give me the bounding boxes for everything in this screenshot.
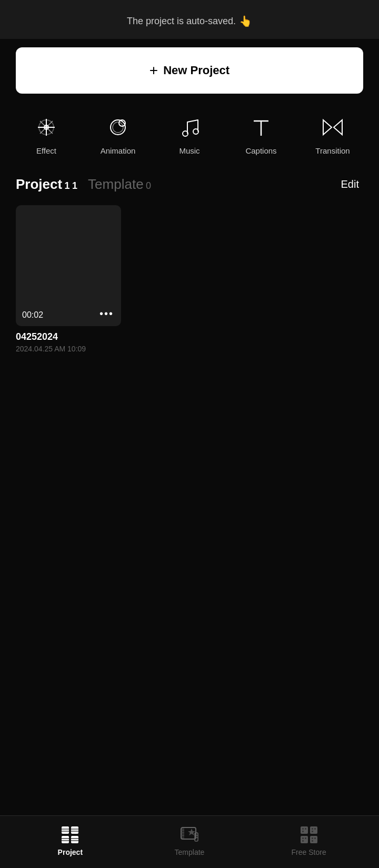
nav-item-project[interactable]: Project — [44, 825, 96, 856]
effect-label: Effect — [36, 146, 56, 155]
tab-project[interactable]: Project 1 1 — [16, 176, 77, 193]
svg-rect-50 — [314, 837, 316, 839]
notification-emoji: 👆 — [239, 15, 252, 27]
captions-label: Captions — [245, 146, 276, 155]
tool-animation[interactable]: Animation — [97, 114, 139, 155]
tool-captions[interactable]: Captions — [240, 114, 282, 155]
tools-row: Effect Animation Music — [0, 98, 379, 166]
svg-rect-48 — [302, 840, 304, 842]
svg-rect-38 — [301, 836, 308, 843]
tab-template-count: 0 — [146, 180, 151, 191]
animation-icon — [104, 114, 132, 141]
svg-rect-47 — [305, 837, 306, 839]
svg-rect-28 — [181, 827, 184, 839]
svg-rect-15 — [62, 826, 69, 834]
bottom-nav: Project Template — [0, 815, 379, 868]
svg-rect-39 — [310, 836, 317, 843]
svg-point-7 — [113, 122, 123, 133]
tool-transition[interactable]: Transition — [312, 114, 354, 155]
transition-icon — [319, 114, 346, 141]
captions-icon — [247, 114, 275, 141]
animation-label: Animation — [101, 146, 136, 155]
svg-rect-41 — [305, 828, 306, 830]
project-count-num: 1 — [72, 180, 77, 191]
tab-template[interactable]: Template 0 — [88, 176, 151, 193]
tool-music[interactable]: Music — [168, 114, 211, 155]
svg-marker-13 — [323, 120, 332, 135]
nav-free-store-label: Free Store — [292, 848, 326, 856]
bottom-spacer — [0, 364, 379, 427]
svg-rect-18 — [71, 836, 78, 843]
free-store-nav-icon — [299, 825, 319, 845]
project-title: 04252024 — [16, 331, 121, 342]
tab-template-label: Template — [88, 176, 144, 192]
nav-project-label: Project — [58, 848, 83, 856]
svg-rect-51 — [312, 840, 313, 842]
svg-marker-14 — [334, 120, 342, 135]
svg-rect-40 — [302, 828, 304, 830]
new-project-button[interactable]: + New Project — [16, 47, 363, 94]
project-thumbnail: 00:02 ••• — [16, 205, 121, 326]
svg-rect-45 — [312, 831, 313, 832]
transition-label: Transition — [315, 146, 350, 155]
nav-item-free-store[interactable]: Free Store — [283, 825, 335, 856]
new-project-section: + New Project — [0, 39, 379, 98]
nav-item-template[interactable]: Template — [163, 825, 216, 856]
effect-icon — [33, 114, 60, 141]
projects-grid: 00:02 ••• 04252024 2024.04.25 AM 10:09 — [0, 201, 379, 364]
svg-rect-37 — [310, 826, 317, 834]
svg-rect-46 — [302, 837, 304, 839]
notification-text: The project is auto-saved. — [127, 16, 236, 27]
project-nav-icon — [60, 825, 80, 845]
svg-rect-36 — [301, 826, 308, 834]
svg-marker-32 — [188, 829, 195, 835]
tabs-section: Project 1 1 Template 0 Edit — [0, 166, 379, 201]
template-nav-icon — [179, 825, 200, 845]
notification-bar: The project is auto-saved. 👆 — [0, 0, 379, 39]
tab-project-count: 1 — [65, 180, 70, 191]
svg-rect-43 — [312, 828, 313, 830]
svg-rect-49 — [312, 837, 313, 839]
music-label: Music — [179, 146, 200, 155]
project-card[interactable]: 00:02 ••• 04252024 2024.04.25 AM 10:09 — [16, 205, 121, 353]
tool-effect[interactable]: Effect — [25, 114, 67, 155]
svg-rect-17 — [62, 836, 69, 843]
new-project-plus-icon: + — [149, 63, 158, 78]
music-icon — [176, 114, 203, 141]
project-duration: 00:02 — [22, 310, 43, 320]
tab-project-label: Project — [16, 176, 62, 192]
edit-button[interactable]: Edit — [337, 176, 363, 193]
tabs-left: Project 1 1 Template 0 — [16, 176, 151, 193]
nav-template-label: Template — [175, 848, 205, 856]
svg-rect-44 — [314, 828, 316, 830]
new-project-label: New Project — [163, 64, 230, 77]
project-more-button[interactable]: ••• — [97, 306, 116, 322]
svg-rect-42 — [302, 831, 304, 832]
project-date: 2024.04.25 AM 10:09 — [16, 345, 121, 353]
svg-rect-16 — [71, 826, 78, 834]
